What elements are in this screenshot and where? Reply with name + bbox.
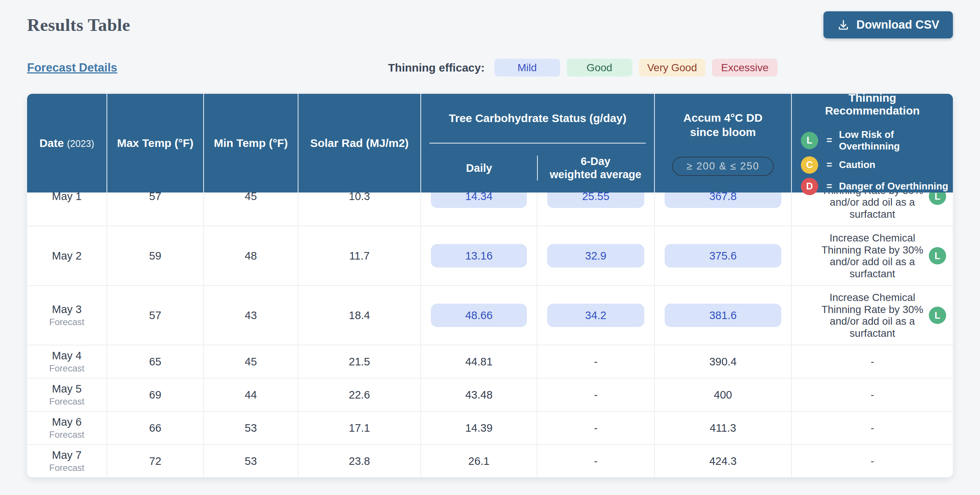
6day-avg-cell: 32.9 (538, 226, 655, 285)
avg-value: - (594, 356, 598, 368)
accum-dd-cell: 424.3 (655, 444, 792, 477)
accum-dd-cell: 381.6 (655, 285, 792, 345)
max-value: 65 (149, 356, 161, 368)
daily-value: 26.1 (468, 455, 489, 467)
solar-rad-cell: 22.6 (298, 378, 421, 411)
recommendation-text: Increase Chemical Thinning Rate by 30% a… (818, 232, 928, 279)
date-cell: May 4 Forecast (27, 345, 107, 378)
daily-value: 44.81 (465, 356, 493, 368)
avg-value: - (594, 422, 598, 434)
recommendation-text: - (818, 389, 928, 401)
accum-dd-cell: 411.3 (655, 411, 792, 444)
date-value: May 5 (27, 383, 107, 395)
min-temp-cell: 53 (204, 444, 298, 477)
table-row: May 4 Forecast 65 45 21.5 44.81 - 390.4 … (27, 345, 953, 378)
min-value: 43 (245, 309, 257, 321)
max-temp-cell: 59 (107, 226, 204, 285)
daily-carb-cell: 26.1 (421, 444, 538, 477)
6day-avg-cell: 34.2 (538, 285, 655, 345)
dd-value: 381.6 (665, 303, 781, 327)
date-cell: May 5 Forecast (27, 378, 107, 411)
min-temp-cell: 43 (204, 285, 298, 345)
date-cell: May 2 (27, 226, 107, 285)
max-temp-cell: 69 (107, 378, 204, 411)
dd-value: 390.4 (710, 356, 737, 368)
col-header-max-temp: Max Temp (°F) (107, 94, 204, 193)
max-temp-cell: 66 (107, 411, 204, 444)
table-header: Date (2023) Max Temp (°F) Min Temp (°F) … (27, 94, 953, 193)
col-header-solar-rad: Solar Rad (MJ/m2) (298, 94, 421, 193)
accum-dd-target-range-chip: ≥ 200 & ≤ 250 (672, 157, 774, 176)
recommendation-text: Increase Chemical Thinning Rate by 30% a… (818, 292, 928, 339)
sub-bar: Forecast Details Thinning efficacy: Mild… (27, 59, 953, 77)
6day-avg-cell: - (538, 444, 655, 477)
risk-badge-l: L (929, 247, 946, 265)
efficacy-badge-very-good: Very Good (639, 59, 705, 77)
max-temp-cell: 57 (107, 285, 204, 345)
max-value: 69 (149, 389, 161, 401)
solar-value: 21.5 (349, 356, 370, 368)
results-table: May 1 57 45 10.3 14.34 25.55 367.8 Incre… (27, 166, 953, 477)
date-value: May 7 (27, 449, 107, 461)
6day-avg-cell: - (538, 378, 655, 411)
daily-avg-divider (537, 156, 538, 180)
daily-value: 13.16 (431, 244, 527, 267)
forecast-details-link[interactable]: Forecast Details (27, 61, 118, 75)
col-header-date: Date (2023) (27, 94, 107, 193)
solar-value: 11.7 (349, 250, 369, 262)
carbohydrate-group-title: Tree Carbohydrate Status (g/day) (421, 94, 654, 143)
col-header-daily: Daily (421, 144, 537, 193)
thinning-efficacy-label: Thinning efficacy: (388, 61, 485, 74)
forecast-tag: Forecast (27, 317, 107, 327)
legend-equals: = (826, 159, 832, 171)
recommendation-cell: - (792, 345, 953, 378)
max-value: 66 (149, 422, 161, 434)
table-row: May 7 Forecast 72 53 23.8 26.1 - 424.3 - (27, 444, 953, 477)
dd-value: 424.3 (710, 455, 737, 467)
date-value: May 2 (27, 250, 107, 262)
recommendation-cell: - (792, 444, 953, 477)
daily-carb-cell: 44.81 (421, 345, 538, 378)
date-cell: May 7 Forecast (27, 444, 107, 477)
legend-row-d: D=Danger of Overthinning (801, 178, 953, 195)
legend-badge-c: C (801, 156, 818, 174)
download-csv-button[interactable]: Download CSV (823, 11, 953, 38)
daily-carb-cell: 43.48 (421, 378, 538, 411)
legend-label: Low Risk of Overthinning (839, 129, 953, 152)
date-cell: May 3 Forecast (27, 285, 107, 345)
recommendation-text: - (818, 356, 928, 368)
forecast-tag: Forecast (27, 396, 107, 407)
table-row: May 5 Forecast 69 44 22.6 43.48 - 400 - (27, 378, 953, 411)
legend-label: Danger of Overthinning (839, 180, 948, 192)
max-value: 59 (149, 250, 161, 262)
accum-dd-cell: 375.6 (655, 226, 792, 285)
solar-value: 17.1 (349, 422, 370, 434)
6day-avg-cell: - (538, 411, 655, 444)
solar-rad-cell: 11.7 (298, 226, 421, 285)
legend-badge-d: D (801, 178, 818, 195)
solar-rad-cell: 18.4 (298, 285, 421, 345)
recommendation-cell: Increase Chemical Thinning Rate by 30% a… (792, 226, 953, 285)
solar-value: 23.8 (349, 455, 370, 467)
col-header-thinning-recommendation: Thinning Recommendation L=Low Risk of Ov… (792, 94, 953, 193)
results-table-card: May 1 57 45 10.3 14.34 25.55 367.8 Incre… (27, 94, 953, 477)
daily-carb-cell: 13.16 (421, 226, 538, 285)
solar-value: 22.6 (349, 389, 370, 401)
avg-value: 32.9 (547, 244, 644, 267)
download-icon (837, 18, 850, 31)
page-title: Results Table (27, 15, 130, 35)
daily-value: 43.48 (465, 389, 493, 401)
date-cell: May 6 Forecast (27, 411, 107, 444)
risk-badge-l: L (929, 307, 946, 324)
legend-label: Caution (839, 159, 875, 171)
min-value: 53 (245, 455, 257, 467)
legend-equals: = (826, 180, 832, 192)
min-value: 44 (245, 389, 257, 401)
daily-carb-cell: 14.39 (421, 411, 538, 444)
recommendation-cell: - (792, 378, 953, 411)
max-temp-cell: 65 (107, 345, 204, 378)
recommendation-text: - (818, 455, 928, 467)
table-row: May 2 59 48 11.7 13.16 32.9 375.6 Increa… (27, 226, 953, 285)
recommendation-cell: Increase Chemical Thinning Rate by 30% a… (792, 285, 953, 345)
forecast-tag: Forecast (27, 363, 107, 374)
